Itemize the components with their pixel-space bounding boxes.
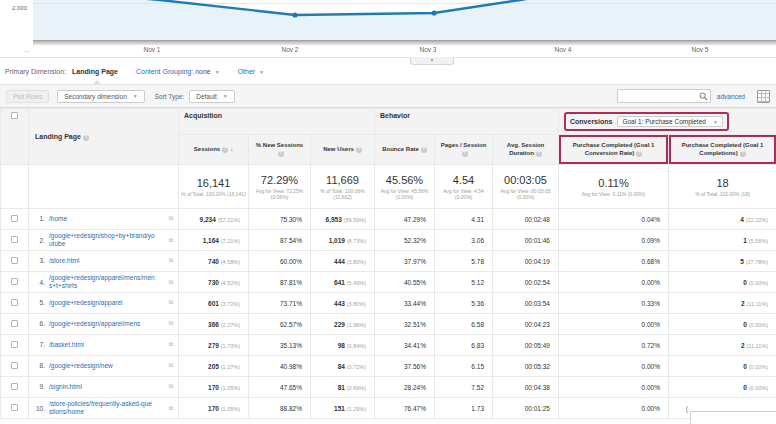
landing-page-link[interactable]: /google+redesign/apparel bbox=[49, 299, 155, 307]
advanced-search-link[interactable]: advanced bbox=[717, 93, 745, 100]
group-header-behavior: Behavior bbox=[375, 109, 559, 135]
external-link-icon[interactable]: ⧉ bbox=[169, 383, 174, 390]
sessions-pct: (1.27%) bbox=[221, 364, 240, 370]
summary-sessions-value: 16,141 bbox=[181, 177, 246, 189]
new-users-cell: 81 (0.69%) bbox=[311, 377, 375, 398]
data-point-nov2[interactable] bbox=[292, 12, 297, 17]
bounce-rate-header-text: Bounce Rate bbox=[382, 146, 419, 152]
plot-rows-button[interactable]: Plot Rows bbox=[6, 90, 49, 103]
conversion-rate-cell: 0.00% bbox=[559, 314, 669, 335]
landing-page-link[interactable]: /home bbox=[49, 215, 155, 223]
external-link-icon[interactable]: ⧉ bbox=[169, 215, 174, 222]
search-icon[interactable] bbox=[699, 92, 708, 101]
external-link-icon[interactable]: ⧉ bbox=[169, 405, 174, 412]
conversion-rate-cell: 0.00% bbox=[559, 272, 669, 293]
new-users-value: 229 bbox=[334, 321, 345, 328]
column-header-new-users[interactable]: New Users? bbox=[311, 135, 375, 165]
summary-bounce: 45.56% Avg for View: 45.56% (0.00%) bbox=[375, 165, 435, 209]
conversion-rate-cell: 0.72% bbox=[559, 335, 669, 356]
external-link-icon[interactable]: ⧉ bbox=[169, 257, 174, 264]
primary-dimension-landing-page[interactable]: Landing Page bbox=[72, 68, 118, 75]
external-link-icon[interactable]: ⧉ bbox=[169, 237, 174, 244]
row-checkbox[interactable] bbox=[11, 236, 18, 243]
row-checkbox[interactable] bbox=[11, 215, 18, 222]
row-checkbox[interactable] bbox=[11, 404, 18, 411]
landing-page-link[interactable]: /google+redesign/shop+by+brand/youtube bbox=[49, 232, 155, 248]
completions-pct: (27.78%) bbox=[746, 259, 768, 265]
help-icon[interactable]: ? bbox=[278, 151, 284, 157]
external-link-icon[interactable]: ⧉ bbox=[169, 320, 174, 327]
help-icon[interactable]: ? bbox=[636, 151, 642, 157]
data-point-nov3[interactable] bbox=[431, 10, 436, 15]
new-users-cell: 98 (0.84%) bbox=[311, 335, 375, 356]
new-users-value: 1,019 bbox=[329, 237, 345, 244]
row-checkbox-cell bbox=[1, 251, 29, 272]
help-icon[interactable]: ? bbox=[462, 151, 468, 157]
row-checkbox[interactable] bbox=[11, 341, 18, 348]
chevron-down-icon: ▼ bbox=[259, 69, 264, 75]
column-header-bounce-rate[interactable]: Bounce Rate? bbox=[375, 135, 435, 165]
completions-value: 2 bbox=[741, 342, 745, 349]
row-checkbox[interactable] bbox=[11, 320, 18, 327]
row-checkbox[interactable] bbox=[11, 257, 18, 264]
column-header-landing-page[interactable]: Landing Page? bbox=[29, 109, 179, 165]
new-users-value: 641 bbox=[334, 279, 345, 286]
goal-selector-dropdown[interactable]: Goal 1: Purchase Completed ▼ bbox=[617, 116, 722, 127]
summary-pages: 4.54 Avg for View: 4.54 (0.00%) bbox=[435, 165, 493, 209]
content-grouping-link[interactable]: Content Grouping: none ▼ bbox=[136, 68, 220, 75]
group-header-acquisition: Acquisition bbox=[179, 109, 375, 135]
completions-pct: (11.11%) bbox=[747, 301, 769, 307]
landing-page-link[interactable]: /google+redesign/new bbox=[49, 362, 155, 370]
new-sessions-cell: 75.30% bbox=[249, 209, 311, 230]
help-icon[interactable]: ? bbox=[740, 151, 746, 157]
avg-duration-cell: 00:04:38 bbox=[493, 377, 559, 398]
external-link-icon[interactable]: ⧉ bbox=[169, 362, 174, 369]
sort-type-label: Sort Type: bbox=[155, 93, 185, 100]
row-checkbox-cell bbox=[1, 230, 29, 251]
new-users-cell: 84 (0.72%) bbox=[311, 356, 375, 377]
row-checkbox[interactable] bbox=[11, 362, 18, 369]
external-link-icon[interactable]: ⧉ bbox=[169, 279, 174, 286]
table-row: 3. /store.html ⧉ 740 (4.58%) 60.00% 444 … bbox=[1, 251, 776, 272]
row-checkbox[interactable] bbox=[11, 278, 18, 285]
sort-descending-icon[interactable]: ↓ bbox=[230, 146, 233, 152]
external-link-icon[interactable]: ⧉ bbox=[169, 341, 174, 348]
secondary-dimension-button[interactable]: Secondary dimension ▼ bbox=[57, 90, 144, 103]
secondary-dimension-label: Secondary dimension bbox=[64, 93, 127, 100]
new-sessions-cell: 87.81% bbox=[249, 272, 311, 293]
help-icon[interactable]: ? bbox=[421, 147, 427, 153]
avg-duration-cell: 00:02:48 bbox=[493, 209, 559, 230]
select-all-checkbox[interactable] bbox=[11, 112, 18, 119]
landing-page-link[interactable]: /signin.html bbox=[49, 383, 155, 391]
help-icon[interactable]: ? bbox=[222, 147, 228, 153]
column-header-conversion-rate[interactable]: Purchase Completed (Goal 1 Conversion Ra… bbox=[559, 135, 669, 165]
sessions-value: 601 bbox=[208, 300, 219, 307]
column-header-completions[interactable]: Purchase Completed (Goal 1 Completions)? bbox=[669, 135, 776, 165]
help-icon[interactable]: ? bbox=[83, 135, 89, 141]
sort-type-dropdown[interactable]: Default ▼ bbox=[189, 90, 235, 103]
completions-pct: (0.00%) bbox=[749, 280, 768, 286]
table-toolbar: Plot Rows Secondary dimension ▼ Sort Typ… bbox=[0, 84, 776, 108]
x-label-truncated: ... bbox=[24, 46, 29, 53]
table-search bbox=[617, 89, 711, 103]
summary-new-sessions-sub: Avg for View: 72.25% (0.06%) bbox=[251, 188, 308, 200]
column-header-avg-duration[interactable]: Avg. Session Duration? bbox=[493, 135, 559, 165]
column-header-new-sessions[interactable]: % New Sessions? bbox=[249, 135, 311, 165]
x-label-nov2: Nov 2 bbox=[282, 46, 299, 53]
row-checkbox[interactable] bbox=[11, 299, 18, 306]
new-sessions-cell: 88.82% bbox=[249, 398, 311, 419]
other-dimension-link[interactable]: Other ▼ bbox=[238, 68, 264, 75]
landing-page-link[interactable]: /store.html bbox=[49, 257, 155, 265]
row-checkbox[interactable] bbox=[11, 383, 18, 390]
landing-page-link[interactable]: /google+redesign/apparel/mens/mens+t+shi… bbox=[49, 274, 155, 290]
help-icon[interactable]: ? bbox=[356, 147, 362, 153]
landing-page-link[interactable]: /store-policies/frequently-asked-questio… bbox=[49, 400, 155, 416]
column-header-sessions[interactable]: Sessions?↓ bbox=[179, 135, 249, 165]
landing-page-link[interactable]: /basket.html bbox=[49, 341, 155, 349]
search-input[interactable] bbox=[618, 90, 696, 102]
table-view-icon[interactable] bbox=[757, 90, 770, 103]
help-icon[interactable]: ? bbox=[536, 151, 542, 157]
external-link-icon[interactable]: ⧉ bbox=[169, 299, 174, 306]
column-header-pages-session[interactable]: Pages / Session? bbox=[435, 135, 493, 165]
landing-page-link[interactable]: /google+redesign/apparel/mens bbox=[49, 320, 155, 328]
